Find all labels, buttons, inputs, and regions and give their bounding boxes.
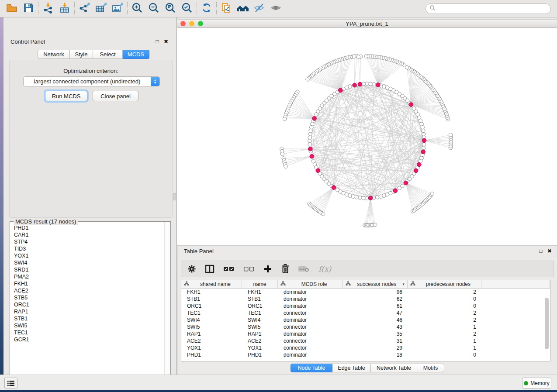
add-column-icon[interactable] xyxy=(263,265,272,273)
column-header-MCDS-role[interactable]: MCDS role xyxy=(278,280,343,288)
result-node-item[interactable]: STP4 xyxy=(10,238,165,245)
column-header-shared-name[interactable]: shared name xyxy=(181,280,242,288)
table-cell: TEC1 xyxy=(181,309,242,316)
tab-network-table[interactable]: Network Table xyxy=(371,364,417,372)
result-node-item[interactable]: CAR1 xyxy=(10,231,165,238)
zoom-fit-button[interactable] xyxy=(162,1,179,16)
table-panel-close-icon[interactable]: ✖ xyxy=(547,248,553,254)
close-panel-button[interactable]: Close panel xyxy=(93,91,138,101)
run-mcds-button[interactable]: Run MCDS xyxy=(45,91,87,101)
result-node-item[interactable]: TEC1 xyxy=(10,329,165,336)
mcds-result-scrollbar[interactable] xyxy=(164,222,170,381)
mcds-result-box: MCDS result (17 nodes) PHD1CAR1STP4TID3Y… xyxy=(10,221,171,383)
zoom-selected-button[interactable] xyxy=(179,1,195,16)
select-stepper-icon: ▲▼ xyxy=(151,77,159,86)
hierarchy-icon xyxy=(280,281,286,287)
table-row[interactable]: PHD1PHD1dominator180 xyxy=(181,351,550,358)
table-row[interactable]: RAP1RAP1dominator352 xyxy=(181,330,550,337)
table-row[interactable]: STB1STB1dominator620 xyxy=(181,296,550,303)
memory-button[interactable]: Memory xyxy=(522,378,551,389)
result-node-item[interactable]: SRD1 xyxy=(10,266,165,273)
result-node-item[interactable]: FKH1 xyxy=(10,280,165,287)
table-row[interactable]: SWI5SWI5connector431 xyxy=(181,323,550,330)
table-row[interactable]: ORC1ORC1dominator610 xyxy=(181,303,550,309)
result-node-item[interactable]: GCR1 xyxy=(10,336,165,343)
table-panel-float-icon[interactable]: □ xyxy=(538,248,544,254)
copy-network-button[interactable] xyxy=(218,1,235,16)
save-session-button[interactable] xyxy=(20,1,37,16)
table-row[interactable]: YOX1YOX1connector291 xyxy=(181,344,550,351)
tab-node-table[interactable]: Node Table xyxy=(291,364,332,372)
import-table-button[interactable] xyxy=(56,1,73,16)
table-row[interactable]: SWI4SWI4dominator462 xyxy=(181,316,550,323)
zoom-out-button[interactable] xyxy=(145,1,162,16)
show-panels-list-button[interactable] xyxy=(4,378,17,389)
toolbar-separator xyxy=(74,2,75,15)
tab-select[interactable]: Select xyxy=(93,50,123,59)
control-panel-float-icon[interactable]: □ xyxy=(154,38,160,45)
table-cell: SWI5 xyxy=(242,323,278,330)
table-cell: PHD1 xyxy=(242,351,278,358)
import-network-button[interactable] xyxy=(40,1,56,16)
result-node-item[interactable]: ACE2 xyxy=(10,287,165,294)
gear-icon[interactable] xyxy=(187,265,196,273)
result-node-item[interactable]: SWI4 xyxy=(10,259,165,266)
hierarchy-icon xyxy=(410,281,415,287)
network-graph[interactable] xyxy=(177,28,557,245)
tab-motifs[interactable]: Motifs xyxy=(417,364,444,372)
table-row[interactable]: ACE2ACE2connector311 xyxy=(181,337,550,344)
result-node-item[interactable]: STB5 xyxy=(10,294,165,301)
result-node-item[interactable]: PMA2 xyxy=(10,273,165,280)
tab-style[interactable]: Style xyxy=(70,50,93,59)
column-header-predecessor-nodes[interactable]: predecessor nodes xyxy=(408,280,481,288)
tab-mcds[interactable]: MCDS xyxy=(123,50,149,59)
column-header-name[interactable]: name xyxy=(242,280,278,288)
table-cell: 47 xyxy=(343,309,408,316)
table-cell: dominator xyxy=(278,296,343,303)
export-image-button[interactable] xyxy=(109,1,126,16)
control-panel-close-icon[interactable]: ✖ xyxy=(163,38,169,45)
export-network-button[interactable] xyxy=(76,1,93,16)
zoom-in-button[interactable] xyxy=(129,1,145,16)
open-file-button[interactable] xyxy=(3,1,20,16)
toolbar-separator xyxy=(197,2,197,15)
tab-network[interactable]: Network xyxy=(38,50,70,59)
network-canvas[interactable] xyxy=(177,28,557,245)
scrollbar-thumb[interactable] xyxy=(545,298,549,349)
search-input[interactable] xyxy=(436,4,550,13)
node-table-header: shared namenameMCDS rolesuccessor nodes▾… xyxy=(181,280,550,289)
hide-selected-button[interactable] xyxy=(251,1,268,16)
tab-edge-table[interactable]: Edge Table xyxy=(332,364,371,372)
node-table-scrollbar[interactable] xyxy=(545,291,549,358)
splitter-handle[interactable] xyxy=(173,193,176,200)
result-node-item[interactable]: SWI5 xyxy=(10,322,165,329)
table-row[interactable]: FKH1FKH1dominator962 xyxy=(181,289,550,296)
first-neighbors-button[interactable] xyxy=(235,1,251,16)
column-layout-icon[interactable] xyxy=(205,265,214,273)
optimization-criterion-select[interactable]: largest connected component (undirected)… xyxy=(23,76,160,86)
search-box[interactable] xyxy=(426,3,551,14)
result-node-item[interactable]: YOX1 xyxy=(10,252,165,259)
result-node-item[interactable]: RAP1 xyxy=(10,308,165,315)
hierarchy-icon xyxy=(346,281,351,287)
delete-column-icon[interactable] xyxy=(281,264,290,274)
table-row[interactable]: TEC1TEC1connector472 xyxy=(181,309,550,316)
column-header-successor-nodes[interactable]: successor nodes▾ xyxy=(343,280,408,288)
result-node-item[interactable]: TID3 xyxy=(10,245,165,252)
deselect-all-checkbox-icon[interactable] xyxy=(243,266,255,272)
panel-splitter-vertical[interactable] xyxy=(173,17,177,375)
function-builder-icon[interactable]: f(x) xyxy=(318,265,331,273)
export-network-icon xyxy=(78,2,90,15)
copy-network-icon xyxy=(221,2,232,15)
table-cell: 18 xyxy=(343,351,408,358)
export-table-button[interactable] xyxy=(93,1,109,16)
table-cell: YOX1 xyxy=(181,344,242,351)
refresh-button[interactable] xyxy=(198,1,215,16)
result-node-item[interactable]: PHD1 xyxy=(10,224,165,231)
result-node-item[interactable]: STB1 xyxy=(10,315,165,322)
hierarchy-icon xyxy=(184,281,189,287)
show-all-button[interactable] xyxy=(268,1,284,16)
result-node-item[interactable]: ORC1 xyxy=(10,301,165,308)
toolbar-separator xyxy=(38,2,38,15)
select-all-checkbox-icon[interactable] xyxy=(223,266,235,272)
